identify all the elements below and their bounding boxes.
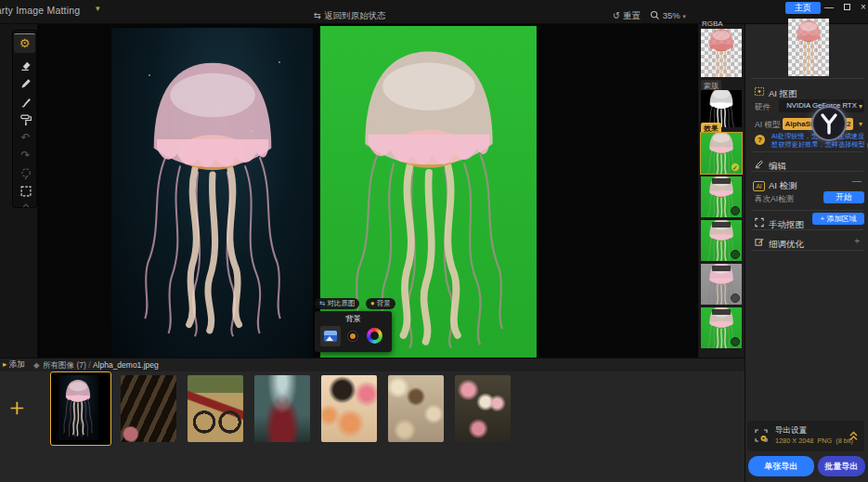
export-collapse-button[interactable] bbox=[849, 429, 859, 446]
effect-thumbnail-1[interactable]: ✓ bbox=[701, 133, 742, 174]
effect-thumbnail-3[interactable] bbox=[701, 220, 742, 261]
redo-icon: ↷ bbox=[20, 149, 30, 162]
export-info: 1280 X 2048 PNG (8 bit) bbox=[775, 436, 853, 445]
export-size: 1280 X 2048 bbox=[775, 436, 813, 445]
background-panel: 背景 bbox=[315, 311, 392, 352]
lasso-tool-button[interactable] bbox=[18, 167, 33, 182]
preview-rail: RGBA 蒙版 效果 ✓ bbox=[699, 24, 745, 358]
app-window: Aiarty Image Matting ▾ 主页 — × ⚙ ↶ ↷ bbox=[0, 0, 868, 482]
title-bar: Aiarty Image Matting ▾ 主页 — × bbox=[0, 0, 868, 24]
app-menu-chevron-icon[interactable]: ▾ bbox=[96, 4, 100, 13]
left-toolbar: ⚙ ↶ ↷ bbox=[12, 30, 37, 208]
edit-title: 编辑 bbox=[769, 161, 786, 171]
undo-icon: ↶ bbox=[20, 131, 30, 144]
mask-thumbnail[interactable] bbox=[701, 90, 742, 127]
app-title: Aiarty Image Matting bbox=[0, 5, 80, 16]
thumbnail-roots[interactable] bbox=[121, 375, 176, 442]
image-icon bbox=[324, 331, 337, 342]
ai-detect-title: AI 检测 bbox=[769, 180, 797, 190]
filmstrip-header: ▸ 添加 ◆ 所有图像 (7) / Alpha_demo1.jpeg bbox=[0, 358, 745, 371]
bg-color-badge bbox=[731, 293, 740, 303]
add-tab-icon: ▸ bbox=[3, 359, 9, 369]
original-image[interactable] bbox=[111, 28, 313, 358]
minimize-button[interactable]: — bbox=[823, 1, 836, 14]
breadcrumb[interactable]: 所有图像 (7) / Alpha_demo1.jpeg bbox=[43, 360, 159, 371]
maximize-button[interactable] bbox=[840, 1, 853, 14]
thumbnail-jellyfish-selected[interactable] bbox=[50, 371, 111, 446]
effect-thumbnail-2[interactable] bbox=[701, 176, 742, 217]
aiarty-logo-badge[interactable] bbox=[811, 106, 847, 141]
roller-tool-button[interactable] bbox=[18, 113, 33, 128]
roller-icon bbox=[19, 113, 32, 126]
help-icon[interactable]: ? bbox=[755, 135, 765, 145]
single-export-button[interactable]: 单张导出 bbox=[748, 456, 814, 476]
zoom-level: 35% bbox=[663, 10, 680, 20]
start-button[interactable]: 开始 bbox=[823, 191, 864, 203]
export-settings-icon bbox=[754, 428, 769, 447]
compare-original-control[interactable]: ⇆返回到原始状态 bbox=[314, 10, 385, 22]
ai-select-tool-button[interactable]: ⚙ bbox=[14, 33, 35, 53]
magnifier-icon bbox=[650, 10, 660, 20]
ai-detect-collapse-icon[interactable]: — bbox=[852, 176, 862, 186]
home-button[interactable]: 主页 bbox=[785, 2, 821, 14]
brush-tool-button[interactable] bbox=[18, 96, 33, 111]
export-settings-box[interactable]: 导出设置 1280 X 2048 PNG (8 bit) bbox=[747, 421, 864, 451]
add-tab[interactable]: ▸ 添加 bbox=[3, 359, 25, 371]
breadcrumb-separator: / bbox=[88, 360, 90, 370]
section-ai-matting[interactable]: AI 抠图 bbox=[753, 84, 797, 100]
collection-count: (7) bbox=[76, 360, 85, 370]
thumbnail-floral-woman[interactable] bbox=[455, 375, 511, 442]
reset-button[interactable]: ↺重置 bbox=[613, 10, 641, 22]
thumbnail-flower-girl[interactable] bbox=[321, 375, 377, 442]
help-link-2-text: 想获得更好效果，怎样选择模型 bbox=[771, 140, 865, 149]
refine-title: 细调优化 bbox=[769, 239, 804, 249]
color-wheel-button[interactable] bbox=[367, 328, 382, 344]
thumbnail-red-dress[interactable] bbox=[254, 375, 310, 442]
tab-background[interactable]: ● 背景 bbox=[366, 298, 395, 309]
undo-button[interactable]: ↶ bbox=[18, 131, 33, 146]
selected-check-icon: ✓ bbox=[731, 163, 740, 172]
background-tab-icon: ● bbox=[370, 299, 377, 307]
manual-matting-title: 手动抠图 bbox=[769, 219, 804, 229]
section-refine[interactable]: 细调优化 ＋ bbox=[753, 234, 862, 251]
redo-button[interactable]: ↷ bbox=[18, 149, 33, 163]
effect-thumbnail-5[interactable] bbox=[701, 307, 742, 348]
chevron-up-icon bbox=[19, 200, 32, 211]
section-ai-detect[interactable]: AIAI 检测 — bbox=[753, 176, 862, 192]
eraser-tool-button[interactable] bbox=[18, 59, 33, 73]
zoom-chevron-icon: ▾ bbox=[682, 13, 686, 20]
pen-icon bbox=[19, 77, 32, 90]
close-button[interactable]: × bbox=[857, 1, 868, 14]
image-background-button[interactable] bbox=[320, 326, 341, 346]
thumbnail-bicycle[interactable] bbox=[188, 375, 243, 442]
refine-expand-icon[interactable]: ＋ bbox=[852, 234, 862, 247]
zoom-control[interactable]: 35% ▾ bbox=[650, 10, 686, 20]
version-chip bbox=[712, 266, 731, 271]
tab-compare-original[interactable]: ⇆ 对比原图 bbox=[315, 298, 359, 309]
batch-export-button[interactable]: 批量导出 bbox=[818, 456, 865, 476]
plus-icon: ＋ bbox=[5, 393, 29, 421]
thumbnail-beige-portrait[interactable] bbox=[388, 375, 444, 442]
add-region-button[interactable]: + 添加区域 bbox=[812, 213, 864, 225]
export-settings-label: 导出设置 bbox=[775, 425, 807, 436]
compare-tab-label: 对比原图 bbox=[327, 299, 355, 307]
reset-icon: ↺ bbox=[613, 10, 620, 20]
effect-thumbnail-4[interactable] bbox=[701, 264, 742, 305]
color-dot-button[interactable] bbox=[348, 332, 357, 341]
refine-icon bbox=[753, 234, 765, 251]
inspector-panel: AI 抠图 硬件 NVIDIA GeForce RTX 3060 ▾ AI 模型… bbox=[745, 24, 868, 482]
toolbar-collapse-button[interactable] bbox=[18, 198, 33, 213]
swap-compare-icon: ⇆ bbox=[314, 10, 321, 20]
model-chevron-icon: ▾ bbox=[859, 120, 862, 128]
add-image-button[interactable]: ＋ bbox=[5, 394, 29, 422]
ai-matting-title: AI 抠图 bbox=[769, 88, 797, 98]
add-tab-label: 添加 bbox=[9, 359, 25, 369]
rgba-thumbnail[interactable] bbox=[701, 29, 742, 77]
version-chip bbox=[712, 222, 731, 228]
help-link-2[interactable]: 想获得更好效果，怎样选择模型 (查看更多) bbox=[771, 140, 868, 150]
pen-tool-button[interactable] bbox=[18, 77, 33, 92]
panel-preview-thumbnail[interactable] bbox=[788, 19, 829, 76]
background-panel-title: 背景 bbox=[315, 314, 392, 325]
export-format: PNG bbox=[817, 436, 832, 445]
version-chip bbox=[712, 178, 731, 184]
